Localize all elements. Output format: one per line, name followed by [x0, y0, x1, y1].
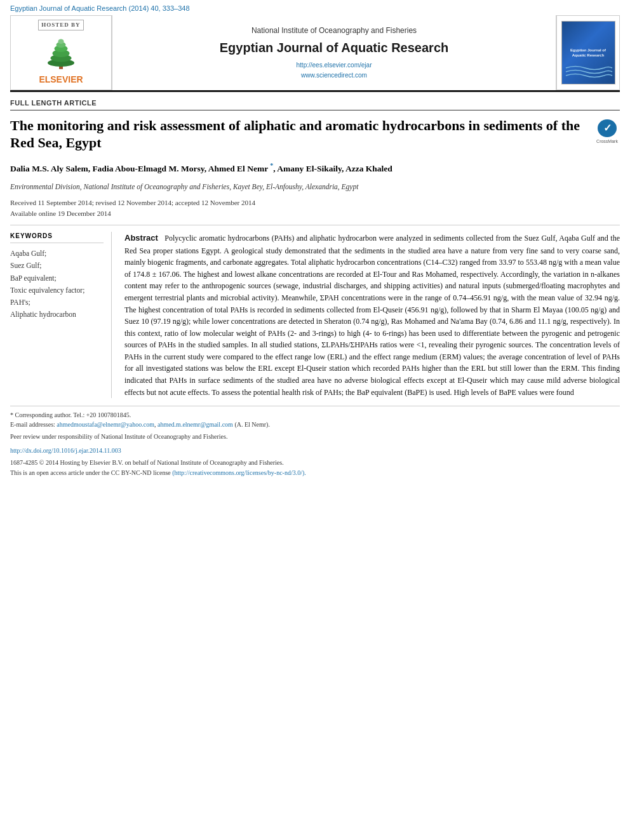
journal-title-header: Egyptian Journal of Aquatic Research	[220, 39, 448, 57]
keyword-1: Aqaba Gulf;	[10, 248, 104, 258]
journal-reference-link[interactable]: Egyptian Journal of Aquatic Research (20…	[10, 4, 190, 12]
affiliation: Environmental Division, National Institu…	[10, 182, 620, 192]
footnote-email-suffix: (A. El Nemr).	[234, 421, 270, 428]
article-title: The monitoring and risk assessment of al…	[10, 117, 588, 152]
author-names: Dalia M.S. Aly Salem, Fadia Abou-Elmagd …	[10, 163, 270, 173]
footnote-emails: E-mail addresses: ahmedmoustafa@elnemr@y…	[10, 420, 620, 429]
abstract-column: Abstract Polycyclic aromatic hydrocarbon…	[124, 232, 620, 398]
crossmark-icon: ✓	[598, 119, 617, 137]
journal-header-center: National Institute of Oceanography and F…	[112, 15, 556, 90]
footnote-section: * Corresponding author. Tel.: +20 100780…	[10, 406, 620, 441]
journal-cover-image: Egyptian Journal ofAquatic Research	[561, 21, 615, 84]
hosted-by-label: HOSTED BY	[38, 20, 83, 30]
footnote-email2[interactable]: ahmed.m.elnemr@gmail.com	[158, 421, 233, 428]
journal-urls: http://ees.elsevier.com/ejar www.science…	[297, 60, 372, 81]
keywords-column: KEYWORDS Aqaba Gulf; Suez Gulf; BaP equi…	[10, 232, 112, 398]
open-access-line: This is an open access article under the…	[10, 469, 171, 476]
issn-number: 1687-4285	[10, 459, 37, 466]
received-date: Received 11 September 2014; revised 12 N…	[10, 198, 620, 208]
open-access-url[interactable]: (http://creativecommons.org/licenses/by-…	[172, 469, 306, 476]
footnote-email-label: E-mail addresses:	[10, 421, 55, 428]
journal-url2[interactable]: www.sciencedirect.com	[301, 72, 367, 79]
elsevier-logo-section: HOSTED BY ELSEVIER	[10, 15, 112, 90]
article-title-row: The monitoring and risk assessment of al…	[10, 117, 620, 152]
keywords-title: KEYWORDS	[10, 232, 104, 243]
doi-link[interactable]: http://dx.doi.org/10.1016/j.ejar.2014.11…	[10, 446, 620, 455]
author-names-2: , Amany El-Sikaily, Azza Khaled	[273, 163, 392, 173]
keyword-3: BaP equivalent;	[10, 273, 104, 283]
crossmark-label: CrossMark	[596, 138, 618, 145]
abstract-body: Polycyclic aromatic hydrocarbons (PAHs) …	[124, 234, 620, 396]
cover-text: Egyptian Journal ofAquatic Research	[569, 46, 607, 60]
keyword-4: Toxic equivalency factor;	[10, 285, 104, 295]
journal-cover-section: Egyptian Journal ofAquatic Research	[556, 15, 620, 90]
authors-line: Dalia M.S. Aly Salem, Fadia Abou-Elmagd …	[10, 161, 620, 175]
section-divider	[10, 225, 620, 225]
footnote-corresponding: * Corresponding author. Tel.: +20 100780…	[10, 410, 620, 420]
bottom-info: 1687-4285 © 2014 Hosting by Elsevier B.V…	[10, 458, 620, 478]
keyword-5: PAH's;	[10, 297, 104, 307]
journal-url1[interactable]: http://ees.elsevier.com/ejar	[297, 62, 372, 69]
abstract-label: Abstract	[124, 233, 158, 243]
header-banner: HOSTED BY ELSEVIER National Institute of…	[10, 15, 620, 92]
main-content: FULL LENGTH ARTICLE The monitoring and r…	[0, 92, 630, 484]
journal-subtitle: National Institute of Oceanography and F…	[251, 25, 417, 36]
footnote-peer-review: Peer review under responsibility of Nati…	[10, 432, 620, 441]
copyright-line: © 2014 Hosting by Elsevier B.V. on behal…	[39, 459, 284, 466]
keyword-2: Suez Gulf;	[10, 260, 104, 270]
svg-point-6	[58, 39, 64, 44]
article-type-label: FULL LENGTH ARTICLE	[10, 98, 620, 110]
elsevier-name: ELSEVIER	[39, 74, 83, 86]
keyword-6: Aliphatic hydrocarbon	[10, 309, 104, 319]
crossmark-badge[interactable]: ✓ CrossMark	[594, 119, 620, 145]
abstract-text: Abstract Polycyclic aromatic hydrocarbon…	[124, 232, 620, 398]
footnote-email1[interactable]: ahmedmoustafa@elnemr@yahoo.com	[57, 421, 154, 428]
doi-section: http://dx.doi.org/10.1016/j.ejar.2014.11…	[10, 446, 620, 455]
available-online-date: Available online 19 December 2014	[10, 209, 620, 218]
cover-decoration	[563, 62, 613, 81]
elsevier-tree-icon	[42, 34, 80, 72]
elsevier-logo: ELSEVIER	[39, 34, 83, 86]
two-column-section: KEYWORDS Aqaba Gulf; Suez Gulf; BaP equi…	[10, 232, 620, 398]
